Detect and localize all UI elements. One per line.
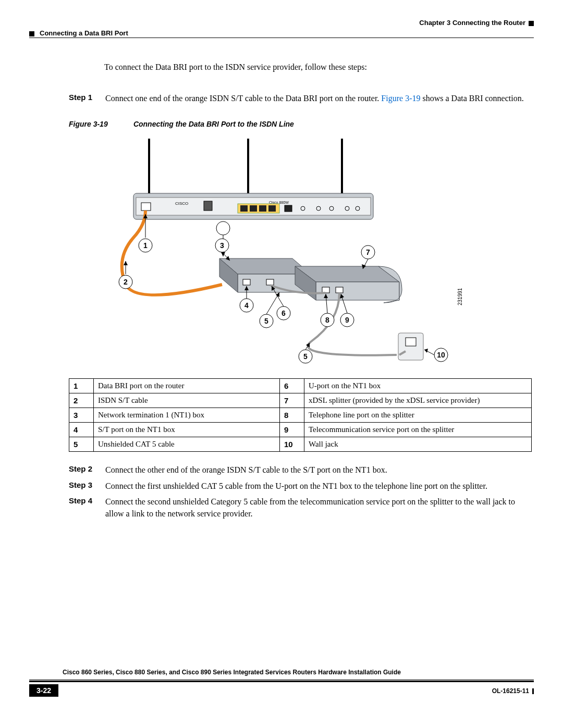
svg-point-42 [216,221,230,235]
step-1-label: Step 1 [69,93,105,102]
svg-rect-31 [406,338,416,346]
step-1-text-b: shows a Data BRI connection. [420,94,523,103]
svg-text:8: 8 [325,316,329,324]
legend-desc: Data BRI port on the router [94,379,280,393]
svg-rect-7 [141,203,151,211]
footer-rule-thick [29,681,534,682]
legend-num: 6 [280,379,304,393]
step-3-label: Step 3 [69,480,105,489]
figure-diagram: CISCO Cisco 880W [69,133,532,368]
figure-link[interactable]: Figure 3-19 [381,94,420,103]
legend-num: 4 [69,423,94,437]
legend-num: 8 [280,408,304,423]
footer-doc-title: Cisco 860 Series, Cisco 880 Series, and … [63,669,401,676]
step-1-text-a: Connect one end of the orange ISDN S/T c… [105,94,381,103]
legend-num: 10 [280,437,304,452]
doc-id: OL-16215-11 [492,687,534,695]
svg-text:5: 5 [264,317,268,325]
page-number: 3-22 [29,684,58,697]
svg-rect-14 [285,205,292,212]
legend-desc: Telecommunication service port on the sp… [304,423,532,437]
svg-text:7: 7 [366,248,370,256]
table-row: 5 Unshielded CAT 5 cable 10 Wall jack [69,437,532,452]
svg-rect-29 [336,287,343,293]
figure-title: Connecting the Data BRI Port to the ISDN… [133,120,294,128]
step-2-text: Connect the other end of the orange ISDN… [105,464,387,476]
svg-rect-10 [240,205,248,212]
svg-marker-78 [424,349,428,353]
svg-text:CISCO: CISCO [175,201,188,206]
step-2: Step 2 Connect the other end of the oran… [104,464,532,476]
legend-desc: U-port on the NT1 box [304,379,532,393]
svg-rect-30 [398,333,423,360]
figure-number: Figure 3-19 [69,120,131,128]
legend-desc: Unshielded CAT 5 cable [94,437,280,452]
svg-marker-37 [124,261,128,265]
figure-legend-table: 1 Data BRI port on the router 6 U-port o… [69,378,532,452]
svg-marker-41 [221,252,225,256]
svg-text:231991: 231991 [457,288,463,306]
svg-rect-12 [259,205,266,212]
legend-desc: Network termination 1 (NT1) box [94,408,280,423]
legend-num: 5 [69,437,94,452]
legend-desc: Telephone line port on the splitter [304,408,532,423]
step-1: Step 1 Connect one end of the orange ISD… [104,93,532,104]
step-4-label: Step 4 [69,496,105,505]
svg-rect-11 [250,205,257,212]
legend-num: 9 [280,423,304,437]
legend-desc: ISDN S/T cable [94,393,280,408]
step-4-text: Connect the second unshielded Category 5… [105,496,532,520]
legend-desc: S/T port on the NT1 box [94,423,280,437]
legend-num: 1 [69,379,94,393]
svg-text:9: 9 [345,316,349,324]
svg-text:4: 4 [244,301,249,310]
table-row: 4 S/T port on the NT1 box 9 Telecommunic… [69,423,532,437]
header-section-text: Connecting a Data BRI Port [40,29,128,37]
svg-text:1: 1 [143,241,148,250]
header-section: Connecting a Data BRI Port [29,29,128,37]
svg-text:2: 2 [124,278,128,286]
legend-num: 2 [69,393,94,408]
step-1-text: Connect one end of the orange ISDN S/T c… [105,93,524,104]
legend-num: 3 [69,408,94,423]
figure-caption: Figure 3-19 Connecting the Data BRI Port… [69,120,532,128]
step-2-label: Step 2 [69,464,105,473]
table-row: 1 Data BRI port on the router 6 U-port o… [69,379,532,393]
svg-text:6: 6 [282,309,286,317]
svg-text:5: 5 [303,352,308,361]
svg-text:3: 3 [220,241,224,250]
header-chapter: Chapter 3 Connecting the Router [419,19,534,27]
router-diagram-svg: CISCO Cisco 880W [69,133,532,368]
header-rule [29,38,534,38]
legend-desc: xDSL splitter (provided by the xDSL serv… [304,393,532,408]
table-row: 3 Network termination 1 (NT1) box 8 Tele… [69,408,532,423]
svg-rect-24 [266,279,274,285]
intro-text: To connect the Data BRI port to the ISDN… [104,63,532,72]
legend-desc: Wall jack [304,437,532,452]
svg-rect-23 [243,279,250,285]
main-content: To connect the Data BRI port to the ISDN… [104,63,532,524]
step-3: Step 3 Connect the first unshielded CAT … [104,480,532,492]
legend-num: 7 [280,393,304,408]
step-3-text: Connect the first unshielded CAT 5 cable… [105,480,487,492]
svg-rect-13 [268,205,276,212]
table-row: 2 ISDN S/T cable 7 xDSL splitter (provid… [69,393,532,408]
document-page: Chapter 3 Connecting the Router Connecti… [0,0,563,728]
svg-rect-8 [204,201,212,211]
footer-rule-thin [29,680,534,680]
svg-text:10: 10 [437,351,445,359]
step-4: Step 4 Connect the second unshielded Cat… [104,496,532,520]
